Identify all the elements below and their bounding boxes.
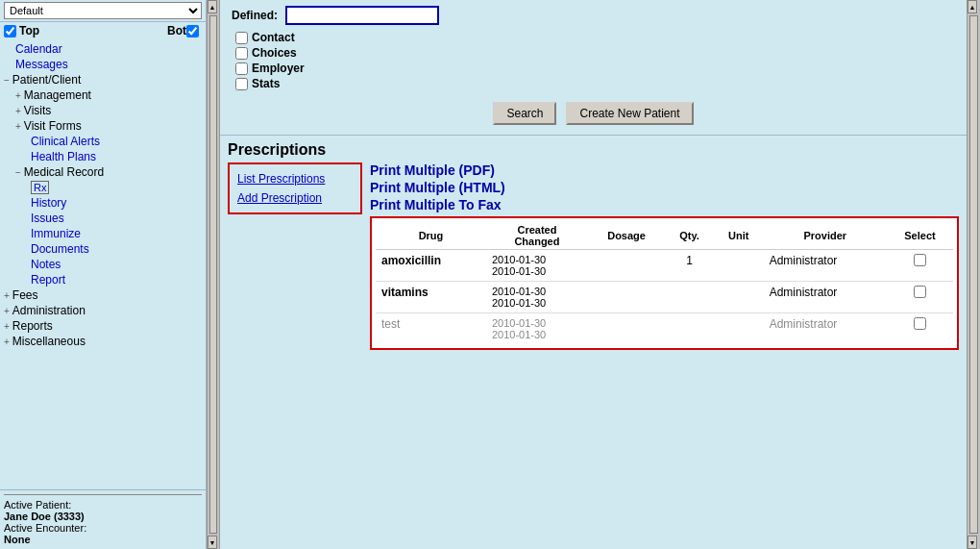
col-created-changed: CreatedChanged [486, 222, 588, 250]
employer-checkbox[interactable] [235, 62, 248, 75]
sidebar-group-administration[interactable]: + Administration [0, 303, 206, 318]
sidebar-group-patient-client[interactable]: − Patient/Client [0, 72, 206, 87]
scroll-down-button[interactable]: ▼ [208, 536, 217, 549]
plus-icon: + [15, 90, 21, 101]
dosage-row3 [588, 313, 665, 345]
top-label: Top [19, 24, 93, 37]
sidebar-item-report[interactable]: Report [0, 272, 206, 287]
prescriptions-title: Prescriptions [228, 141, 959, 159]
col-select: Select [887, 222, 953, 250]
sidebar-group-medical-record[interactable]: − Medical Record [0, 164, 206, 180]
sidebar-group-reports[interactable]: + Reports [0, 318, 206, 334]
scroll-down-right-button[interactable]: ▼ [968, 536, 977, 549]
add-prescription-link[interactable]: Add Prescription [237, 191, 353, 205]
bot-label: Bot [167, 24, 186, 37]
sidebar-item-notes[interactable]: Notes [0, 257, 206, 272]
checkbox-employer[interactable]: Employer [235, 62, 955, 75]
sidebar-group-management[interactable]: + Management [0, 87, 206, 103]
print-html-link[interactable]: Print Multiple (HTML) [370, 180, 959, 195]
checkbox-choices[interactable]: Choices [235, 46, 955, 60]
sidebar-item-documents[interactable]: Documents [0, 241, 206, 257]
buttons-row: Search Create New Patient [232, 98, 955, 129]
select-row3[interactable] [887, 313, 953, 345]
plus-icon: + [4, 306, 10, 316]
search-button[interactable]: Search [493, 102, 556, 125]
sidebar-item-calendar[interactable]: Calendar [0, 41, 206, 57]
plus-icon: + [15, 106, 21, 116]
sidebar-item-rx[interactable]: Rx [0, 180, 206, 195]
checkbox-stats[interactable]: Stats [235, 77, 955, 90]
sidebar-dropdown[interactable]: Default [4, 2, 202, 19]
prescriptions-content: List Prescriptions Add Prescription Prin… [228, 162, 959, 543]
col-unit: Unit [714, 222, 764, 250]
dosage-row2 [588, 282, 665, 313]
defined-input-box[interactable] [285, 6, 439, 25]
list-prescriptions-link[interactable]: List Prescriptions [237, 172, 353, 186]
provider-row1: Administrator [764, 250, 887, 282]
print-links: Print Multiple (PDF) Print Multiple (HTM… [370, 162, 959, 212]
sidebar-scrollbar[interactable]: ▲ ▼ [207, 0, 220, 549]
select-row2[interactable] [887, 282, 953, 313]
sidebar-group-miscellaneous[interactable]: + Miscellaneous [0, 334, 206, 349]
medical-record-label: Medical Record [24, 165, 104, 179]
sidebar-footer: Active Patient: Jane Doe (3333) Active E… [0, 489, 206, 549]
unit-row2 [714, 282, 764, 313]
visit-forms-label: Visit Forms [24, 119, 82, 133]
checkbox-contact[interactable]: Contact [235, 31, 955, 44]
reports-label: Reports [12, 319, 53, 333]
choices-checkbox[interactable] [235, 47, 248, 60]
provider-row2: Administrator [764, 282, 887, 313]
select-checkbox-3[interactable] [914, 317, 926, 330]
plus-icon: + [4, 337, 10, 347]
print-fax-link[interactable]: Print Multiple To Fax [370, 197, 959, 212]
create-new-patient-button[interactable]: Create New Patient [566, 102, 693, 125]
table-row: amoxicillin 2010-01-302010-01-30 1 Admin… [376, 250, 953, 282]
provider-row3: Administrator [764, 313, 887, 345]
top-checkbox[interactable] [4, 25, 16, 37]
sidebar-item-clinical-alerts[interactable]: Clinical Alerts [0, 134, 206, 149]
prescriptions-table-container: Drug CreatedChanged Dosage Qty. Unit Pro… [370, 216, 959, 350]
drug-test: test [376, 313, 486, 345]
sidebar-group-visits[interactable]: + Visits [0, 103, 206, 118]
minus-icon: − [15, 167, 21, 178]
sidebar-item-issues[interactable]: Issues [0, 211, 206, 226]
dates-row1: 2010-01-302010-01-30 [486, 250, 588, 282]
encounter-value: None [4, 534, 202, 545]
sidebar-item-history[interactable]: History [0, 195, 206, 211]
main-scrollbar[interactable]: ▲ ▼ [967, 0, 980, 549]
bot-checkbox[interactable] [186, 25, 199, 37]
print-pdf-link[interactable]: Print Multiple (PDF) [370, 162, 959, 178]
fees-label: Fees [12, 288, 38, 302]
scroll-up-right-button[interactable]: ▲ [968, 0, 977, 13]
sidebar-group-fees[interactable]: + Fees [0, 287, 206, 303]
scroll-up-button[interactable]: ▲ [208, 0, 217, 13]
sidebar-top: Default [0, 0, 206, 22]
management-label: Management [24, 88, 91, 102]
prescriptions-right: Print Multiple (PDF) Print Multiple (HTM… [370, 162, 959, 543]
drug-vitamins: vitamins [376, 282, 486, 313]
defined-label: Defined: [232, 9, 278, 22]
unit-row1 [714, 250, 764, 282]
table-row: vitamins 2010-01-302010-01-30 Administra… [376, 282, 953, 313]
drug-amoxicillin: amoxicillin [376, 250, 486, 282]
select-row1[interactable] [887, 250, 953, 282]
qty-row3 [665, 313, 714, 345]
administration-label: Administration [12, 304, 86, 317]
miscellaneous-label: Miscellaneous [12, 335, 86, 348]
stats-checkbox[interactable] [235, 78, 248, 90]
table-row: test 2010-01-302010-01-30 Administrator [376, 313, 953, 345]
patient-name: Jane Doe (3333) [4, 511, 202, 522]
col-drug: Drug [376, 222, 486, 250]
contact-checkbox[interactable] [235, 32, 248, 44]
patient-client-label: Patient/Client [12, 73, 81, 87]
defined-row: Defined: [232, 6, 955, 25]
prescriptions-actions-box: List Prescriptions Add Prescription [228, 162, 362, 214]
plus-icon: + [15, 121, 21, 132]
sidebar-nav: Calendar Messages − Patient/Client + Man… [0, 39, 206, 489]
sidebar-item-messages[interactable]: Messages [0, 57, 206, 72]
sidebar-item-immunize[interactable]: Immunize [0, 226, 206, 241]
sidebar-group-visit-forms[interactable]: + Visit Forms [0, 118, 206, 134]
sidebar-item-health-plans[interactable]: Health Plans [0, 149, 206, 164]
select-checkbox-1[interactable] [914, 254, 926, 266]
select-checkbox-2[interactable] [914, 286, 926, 298]
